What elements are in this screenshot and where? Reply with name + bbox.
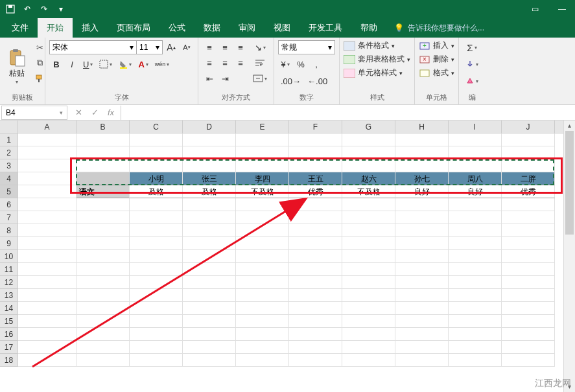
cell-J17[interactable] [502,341,555,354]
name-box[interactable]: B4▾ [1,106,67,120]
cell-J6[interactable] [502,198,555,211]
ribbon-opts-icon[interactable]: ▭ [522,0,548,18]
cell-G9[interactable] [342,237,395,250]
cell-D18[interactable] [183,354,236,367]
cell-E14[interactable] [236,302,289,315]
cell-G6[interactable] [342,198,395,211]
font-size-combo[interactable]: 11▾ [137,40,163,54]
format-table-button[interactable]: 套用表格格式 ▾ [344,54,410,65]
conditional-format-button[interactable]: 条件格式 ▾ [344,40,410,51]
cell-E8[interactable] [236,224,289,237]
cell-B7[interactable] [76,211,130,224]
delete-cells-button[interactable]: ×删除 ▾ [419,54,454,65]
increase-decimal-icon[interactable]: .00→ [278,74,303,88]
copy-icon[interactable]: ⧉ [32,56,47,70]
cell-H18[interactable] [395,354,449,367]
col-header-H[interactable]: H [395,121,449,133]
cell-E18[interactable] [236,354,289,367]
row-header-9[interactable]: 9 [0,237,18,250]
cell-J1[interactable] [502,133,555,146]
row-header-18[interactable]: 18 [0,354,18,367]
undo-icon[interactable]: ↶ [21,3,34,16]
cell-F14[interactable] [289,302,342,315]
cell-C17[interactable] [130,341,183,354]
cell-F12[interactable] [289,276,342,289]
cell-D2[interactable] [183,146,236,159]
insert-cells-button[interactable]: +插入 ▾ [419,40,454,51]
cell-B18[interactable] [76,354,130,367]
col-header-G[interactable]: G [342,121,395,133]
cell-J12[interactable] [502,276,555,289]
cell-A18[interactable] [18,354,76,367]
cell-G12[interactable] [342,276,395,289]
redo-icon[interactable]: ↷ [38,3,51,16]
cell-D5[interactable]: 及格 [183,185,236,198]
cell-C2[interactable] [130,146,183,159]
autosum-icon[interactable]: Σ ▾ [463,40,481,54]
cell-A5[interactable] [18,185,76,198]
cell-F9[interactable] [289,237,342,250]
cell-J10[interactable] [502,250,555,263]
cell-H7[interactable] [395,211,449,224]
cell-I6[interactable] [449,198,502,211]
tab-review[interactable]: 审阅 [229,18,264,38]
row-header-15[interactable]: 15 [0,315,18,328]
col-header-J[interactable]: J [502,121,555,133]
format-painter-icon[interactable] [32,71,47,86]
cell-A11[interactable] [18,263,76,276]
cell-F18[interactable] [289,354,342,367]
cell-B1[interactable] [76,133,130,146]
cell-I3[interactable] [449,159,502,172]
tab-file[interactable]: 文件 [3,18,38,38]
cell-I10[interactable] [449,250,502,263]
cell-J9[interactable] [502,237,555,250]
cell-A13[interactable] [18,289,76,302]
cell-B8[interactable] [76,224,130,237]
cell-G18[interactable] [342,354,395,367]
percent-icon[interactable]: % [294,57,308,71]
cell-C6[interactable] [130,198,183,211]
col-header-B[interactable]: B [76,121,130,133]
cell-B9[interactable] [76,237,130,250]
tab-help[interactable]: 帮助 [351,18,386,38]
cell-I1[interactable] [449,133,502,146]
cell-A16[interactable] [18,328,76,341]
cell-I2[interactable] [449,146,502,159]
cell-E6[interactable] [236,198,289,211]
cell-G1[interactable] [342,133,395,146]
cell-B4[interactable] [76,172,130,185]
cell-E10[interactable] [236,250,289,263]
font-color-button[interactable]: A▾ [135,57,150,71]
cell-G13[interactable] [342,289,395,302]
cell-I12[interactable] [449,276,502,289]
cell-C18[interactable] [130,354,183,367]
cell-F10[interactable] [289,250,342,263]
cell-E3[interactable] [236,159,289,172]
tab-insert[interactable]: 插入 [73,18,108,38]
cell-H16[interactable] [395,328,449,341]
cell-D12[interactable] [183,276,236,289]
cell-F2[interactable] [289,146,342,159]
cell-B17[interactable] [76,341,130,354]
cell-H4[interactable]: 孙七 [395,172,449,185]
cell-D13[interactable] [183,289,236,302]
cell-C4[interactable]: 小明 [130,172,183,185]
cell-I8[interactable] [449,224,502,237]
cell-E2[interactable] [236,146,289,159]
cell-G5[interactable]: 不及格 [342,185,395,198]
row-header-11[interactable]: 11 [0,263,18,276]
cell-I5[interactable]: 良好 [449,185,502,198]
col-header-I[interactable]: I [449,121,502,133]
cell-E15[interactable] [236,315,289,328]
cell-C5[interactable]: 及格 [130,185,183,198]
orientation-icon[interactable]: ↘▾ [250,40,270,54]
cancel-formula-icon[interactable]: ✕ [75,108,82,117]
cell-F5[interactable]: 优秀 [289,185,342,198]
cell-F7[interactable] [289,211,342,224]
cell-J2[interactable] [502,146,555,159]
col-header-C[interactable]: C [130,121,183,133]
cell-A10[interactable] [18,250,76,263]
cell-I4[interactable]: 周八 [449,172,502,185]
decrease-font-icon[interactable]: A▾ [180,40,194,54]
cell-E4[interactable]: 李四 [236,172,289,185]
